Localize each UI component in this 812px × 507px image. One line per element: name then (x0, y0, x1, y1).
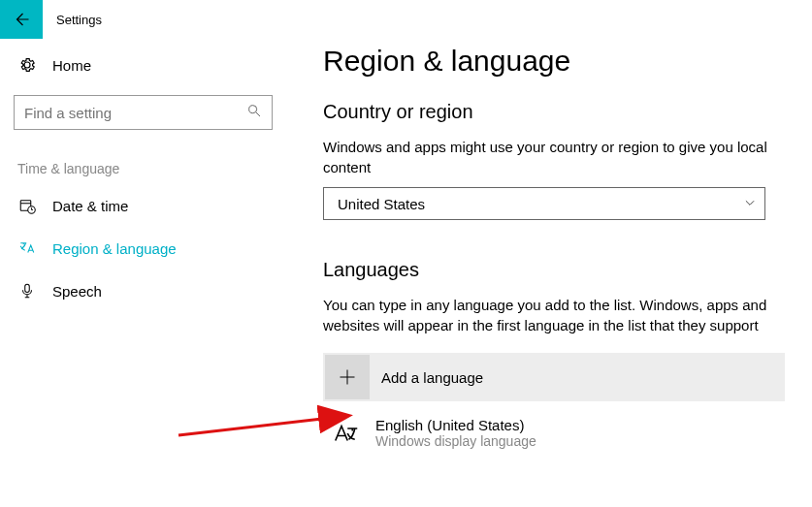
sidebar-item-label: Region & language (37, 240, 177, 257)
microphone-icon (17, 282, 37, 300)
back-arrow-icon (13, 11, 30, 28)
page-title: Region & language (323, 45, 785, 78)
country-section-title: Country or region (323, 101, 785, 123)
sidebar-item-label: Date & time (37, 198, 128, 214)
languages-section-title: Languages (323, 259, 785, 281)
language-icon (17, 239, 37, 257)
gear-icon (17, 56, 37, 74)
search-box[interactable] (14, 95, 273, 130)
country-section-desc: Windows and apps might use your country … (323, 137, 785, 177)
sidebar-item-region-language[interactable]: Region & language (12, 227, 275, 269)
main-content: Region & language Country or region Wind… (286, 39, 812, 449)
clock-calendar-icon (17, 197, 37, 214)
sidebar-category: Time & language (12, 130, 275, 184)
sidebar: Home Time & language Date & time Region … (0, 39, 286, 449)
svg-point-0 (249, 106, 257, 113)
search-input[interactable] (24, 105, 246, 121)
chevron-down-icon (743, 196, 757, 212)
search-icon (246, 103, 262, 122)
titlebar: Settings (0, 0, 812, 39)
app-title: Settings (43, 13, 102, 27)
add-language-label: Add a language (372, 369, 483, 386)
language-entry[interactable]: English (United States) Windows display … (323, 401, 785, 449)
add-language-button[interactable]: Add a language (323, 353, 785, 401)
sidebar-item-speech[interactable]: Speech (12, 269, 275, 312)
sidebar-item-label: Speech (37, 283, 102, 300)
back-button[interactable] (0, 0, 43, 39)
language-name: English (United States) (375, 417, 536, 433)
home-nav[interactable]: Home (12, 39, 275, 91)
svg-rect-5 (25, 284, 30, 292)
country-selected: United States (338, 196, 425, 212)
country-dropdown[interactable]: United States (323, 187, 765, 220)
home-label: Home (37, 57, 91, 74)
sidebar-item-date-time[interactable]: Date & time (12, 184, 275, 227)
language-glyph-icon (327, 417, 366, 448)
svg-line-1 (256, 112, 260, 116)
plus-icon (325, 355, 370, 399)
languages-section-desc: You can type in any language you add to … (323, 295, 785, 335)
language-subtitle: Windows display language (375, 433, 536, 449)
